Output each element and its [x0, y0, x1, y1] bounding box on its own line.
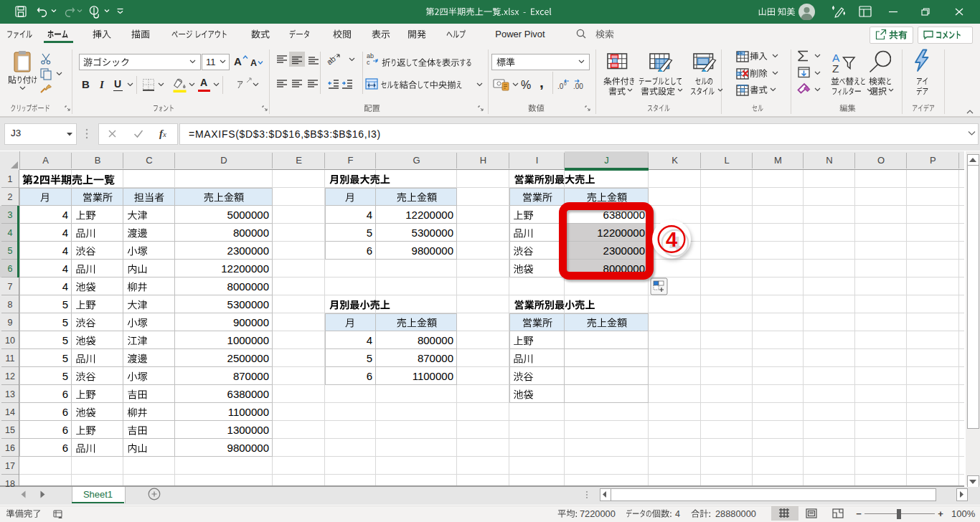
svg-text:c: c — [367, 59, 370, 65]
svg-text:Z: Z — [832, 62, 839, 74]
svg-text:4: 4 — [666, 228, 677, 251]
svg-text:0: 0 — [564, 81, 567, 86]
svg-text:.00: .00 — [573, 82, 583, 90]
svg-text:.0: .0 — [557, 82, 564, 90]
